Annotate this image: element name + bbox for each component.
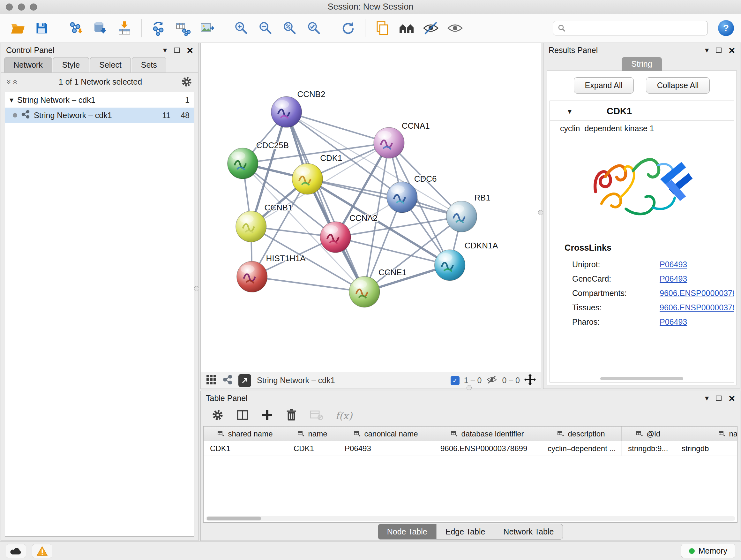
panel-float-icon[interactable] <box>716 48 722 53</box>
results-scrollbar[interactable] <box>600 377 683 380</box>
panel-close-icon[interactable]: × <box>729 393 735 403</box>
column-header-canonical-name[interactable]: canonical name <box>338 427 434 441</box>
splitter-handle-right[interactable] <box>538 210 543 215</box>
panel-float-icon[interactable] <box>716 395 722 401</box>
node-CCNE1[interactable]: CCNE1 <box>349 267 407 307</box>
table-row[interactable]: CDK1CDK1P064939606.ENSP00000378699cyclin… <box>204 441 737 456</box>
expand-all-button[interactable]: Expand All <box>574 77 634 94</box>
panel-collapse-icon[interactable]: ▾ <box>705 394 709 402</box>
help-button[interactable]: ? <box>718 20 734 36</box>
window-minimize-button[interactable] <box>18 3 25 10</box>
zoom-selected-icon[interactable] <box>304 17 325 39</box>
table-cell[interactable]: stringdb <box>675 441 738 455</box>
network-from-table-icon[interactable] <box>172 17 193 39</box>
collapse-all-button[interactable]: Collapse All <box>646 77 710 94</box>
table-cell[interactable]: CDK1 <box>204 441 287 455</box>
table-cell[interactable]: CDK1 <box>287 441 338 455</box>
expand-all-icon[interactable]: « <box>10 79 20 84</box>
panel-float-icon[interactable] <box>174 48 180 53</box>
edge-HIST1H1A-CCNE1[interactable] <box>252 277 364 292</box>
import-table-from-file-icon[interactable] <box>114 17 135 39</box>
window-zoom-button[interactable] <box>30 3 37 10</box>
network-share-icon[interactable] <box>222 374 232 387</box>
first-neighbors-icon[interactable] <box>396 17 417 39</box>
node-CCNB1[interactable]: CCNB1 <box>236 203 293 242</box>
open-in-new-window-icon[interactable] <box>239 374 251 387</box>
tab-sets[interactable]: Sets <box>132 57 166 72</box>
splitter-handle-bottom[interactable] <box>467 385 472 390</box>
crosslink-uniprot-link[interactable]: P06493 <box>660 260 687 269</box>
splitter-handle-left[interactable] <box>194 286 199 291</box>
network-row-selected[interactable]: String Network – cdk1 11 48 <box>5 108 194 123</box>
table-hscrollbar[interactable] <box>205 516 735 521</box>
network-collection-row[interactable]: ▾ String Network – cdk1 1 <box>5 92 194 108</box>
crosslink-compartments-link[interactable]: 9606.ENSP00000378699 <box>660 289 734 298</box>
panel-collapse-icon[interactable]: ▾ <box>163 46 167 54</box>
clone-network-icon[interactable] <box>372 17 393 39</box>
refresh-icon[interactable] <box>338 17 359 39</box>
crosslink-tissues-link[interactable]: 9606.ENSP00000378699 <box>660 303 734 312</box>
edge-CCNB2-CCNE1[interactable] <box>286 112 364 292</box>
tab-select[interactable]: Select <box>90 57 131 72</box>
zoom-in-icon[interactable] <box>231 17 252 39</box>
create-column-plus-icon[interactable] <box>261 409 273 422</box>
table-cell[interactable]: P06493 <box>338 441 434 455</box>
selected-checkbox-icon[interactable]: ✓ <box>451 376 460 385</box>
memory-button[interactable]: Memory <box>681 544 735 558</box>
table-cell[interactable]: 9606.ENSP00000378699 <box>434 441 541 455</box>
crosslink-genecard-link[interactable]: P06493 <box>660 274 687 284</box>
node-RB1[interactable]: RB1 <box>447 193 490 232</box>
toolbar-search[interactable] <box>553 21 708 36</box>
show-all-eye-icon[interactable] <box>445 17 466 39</box>
table-settings-gear-icon[interactable] <box>212 409 224 422</box>
tab-node-table[interactable]: Node Table <box>378 524 436 540</box>
table-cell[interactable]: cyclin–dependent ... <box>541 441 622 455</box>
node-HIST1H1A[interactable]: HIST1H1A <box>237 253 306 292</box>
save-session-icon[interactable] <box>31 17 52 39</box>
panel-close-icon[interactable]: × <box>729 45 735 56</box>
table-hscrollbar-thumb[interactable] <box>207 516 261 520</box>
node-CCNA1[interactable]: CCNA1 <box>374 121 430 159</box>
birds-eye-grid-icon[interactable] <box>206 374 217 387</box>
zoom-fit-icon[interactable] <box>279 17 300 39</box>
tab-network[interactable]: Network <box>4 57 52 72</box>
edge-CCNB2-CCNA1[interactable] <box>286 112 389 143</box>
delete-column-trash-icon[interactable] <box>286 409 297 422</box>
crosshair-icon[interactable] <box>524 374 536 387</box>
protein-collapse-icon[interactable]: ▾ <box>568 108 571 115</box>
search-input[interactable] <box>569 23 703 33</box>
show-columns-icon[interactable] <box>237 409 249 422</box>
node-CDKN1A[interactable]: CDKN1A <box>434 241 498 281</box>
crosslink-pharos-link[interactable]: P06493 <box>660 317 687 327</box>
hide-selected-eye-slash-icon[interactable] <box>420 17 441 39</box>
tree-expand-icon[interactable]: ▾ <box>10 96 13 104</box>
hidden-eye-slash-icon[interactable] <box>486 375 497 386</box>
window-close-button[interactable] <box>6 3 13 10</box>
zoom-out-icon[interactable] <box>255 17 276 39</box>
panel-close-icon[interactable]: × <box>187 45 193 56</box>
column-header-description[interactable]: description <box>541 427 622 441</box>
network-canvas[interactable]: CCNB2CCNA1CDC25BCDK1CDC6RB1CCNB1CCNA2CDK… <box>201 43 541 372</box>
export-image-icon[interactable] <box>197 17 218 39</box>
import-network-from-database-icon[interactable] <box>90 17 111 39</box>
tab-network-table[interactable]: Network Table <box>494 524 563 540</box>
open-session-icon[interactable] <box>7 17 28 39</box>
column-header-@id[interactable]: @id <box>622 427 675 441</box>
table-cell[interactable]: stringdb:9... <box>622 441 675 455</box>
import-network-from-file-icon[interactable] <box>65 17 86 39</box>
warning-icon[interactable] <box>32 544 52 558</box>
column-header-namespace[interactable]: namespace <box>675 427 738 441</box>
column-header-database-identifier[interactable]: database identifier <box>434 427 541 441</box>
column-header-name[interactable]: name <box>287 427 338 441</box>
panel-collapse-icon[interactable]: ▾ <box>705 46 709 54</box>
column-header-shared-name[interactable]: shared name <box>204 427 287 441</box>
node-CDC6[interactable]: CDC6 <box>387 174 436 212</box>
new-network-icon[interactable] <box>148 17 169 39</box>
cloud-icon[interactable] <box>6 544 26 558</box>
tab-string[interactable]: String <box>622 57 662 71</box>
network-options-gear-icon[interactable] <box>181 76 192 87</box>
tab-edge-table[interactable]: Edge Table <box>436 524 495 540</box>
tab-style[interactable]: Style <box>53 57 89 72</box>
node-CDK1[interactable]: CDK1 <box>292 153 342 194</box>
network-graph[interactable]: CCNB2CCNA1CDC25BCDK1CDC6RB1CCNB1CCNA2CDK… <box>201 43 541 372</box>
